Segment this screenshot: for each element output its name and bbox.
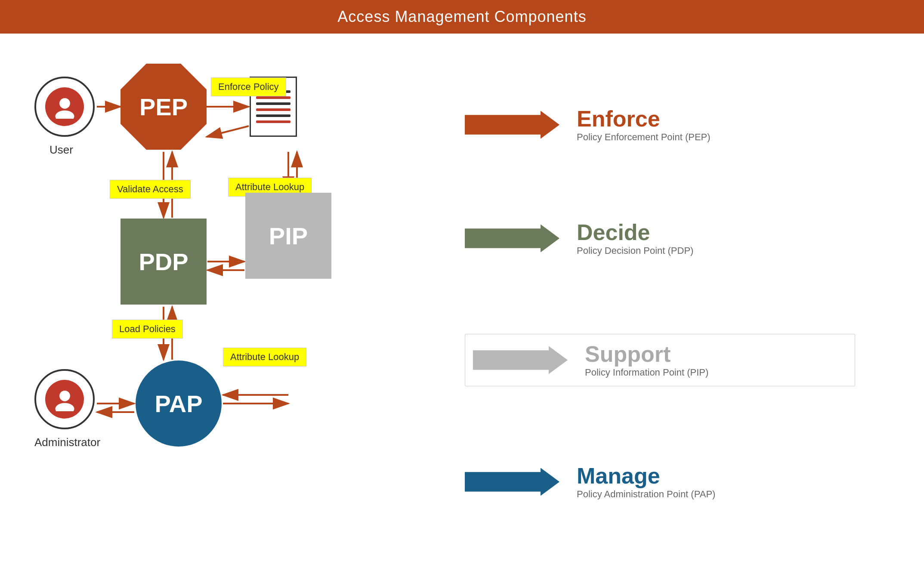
- svg-point-17: [59, 98, 70, 108]
- decide-subtitle: Policy Decision Point (PDP): [577, 245, 693, 256]
- support-subtitle: Policy Information Point (PIP): [585, 367, 708, 378]
- user-avatar-icon: [45, 87, 84, 126]
- svg-point-20: [55, 403, 74, 411]
- admin-icon-circle: [34, 369, 95, 429]
- pap-label: PAP: [155, 390, 203, 418]
- pep-label: PEP: [139, 93, 188, 121]
- pdp-component: PDP: [121, 219, 207, 305]
- doc-line-5: [256, 114, 290, 117]
- pap-shape: PAP: [136, 360, 222, 447]
- manage-legend-text: Manage Policy Administration Point (PAP): [577, 464, 715, 499]
- header-title: Access Management Components: [337, 8, 586, 25]
- enforce-title: Enforce: [577, 107, 711, 131]
- user-icon-circle: [34, 77, 95, 137]
- decide-arrow-icon: [465, 225, 559, 253]
- svg-point-18: [55, 110, 74, 118]
- manage-arrow-icon: [465, 468, 559, 496]
- slide-header: Access Management Components: [0, 0, 924, 34]
- doc-line-4: [256, 108, 290, 111]
- legend-enforce: Enforce Policy Enforcement Point (PEP): [465, 107, 872, 142]
- decide-title: Decide: [577, 220, 693, 245]
- support-legend-text: Support Policy Information Point (PIP): [585, 342, 708, 378]
- pdp-shape: PDP: [121, 219, 207, 305]
- validate-access-label: Validate Access: [110, 180, 191, 199]
- manage-subtitle: Policy Administration Point (PAP): [577, 489, 715, 500]
- attribute-lookup-bottom-label: Attribute Lookup: [223, 348, 306, 367]
- legend-decide: Decide Policy Decision Point (PDP): [465, 220, 872, 256]
- diagram-area: User PEP Enforce Policy: [26, 51, 413, 556]
- enforce-arrow-icon: [465, 111, 559, 139]
- enforce-subtitle: Policy Enforcement Point (PEP): [577, 132, 711, 143]
- decide-legend-text: Decide Policy Decision Point (PDP): [577, 220, 693, 256]
- load-policies-label: Load Policies: [112, 320, 183, 339]
- content-area: User PEP Enforce Policy: [0, 34, 924, 573]
- svg-point-19: [59, 390, 70, 401]
- legend-area: Enforce Policy Enforcement Point (PEP) D…: [413, 51, 898, 556]
- pip-component: PIP: [245, 193, 331, 279]
- manage-title: Manage: [577, 464, 715, 488]
- enforce-policy-label: Enforce Policy: [211, 77, 286, 96]
- doc-line-2: [256, 96, 290, 99]
- admin-label: Administrator: [34, 436, 100, 449]
- admin-avatar-icon: [45, 380, 84, 419]
- doc-line-6: [256, 120, 290, 123]
- legend-support: Support Policy Information Point (PIP): [465, 334, 855, 386]
- pip-shape: PIP: [245, 193, 331, 279]
- pap-component: PAP: [136, 360, 222, 447]
- pip-label: PIP: [269, 222, 308, 250]
- pdp-label: PDP: [139, 248, 188, 276]
- pep-shape: PEP: [121, 64, 207, 150]
- enforce-legend-text: Enforce Policy Enforcement Point (PEP): [577, 107, 711, 142]
- user-label: User: [49, 143, 73, 157]
- svg-line-4: [207, 126, 249, 137]
- slide: Access Management Components: [0, 0, 924, 573]
- legend-manage: Manage Policy Administration Point (PAP): [465, 464, 872, 499]
- support-title: Support: [585, 342, 708, 367]
- pep-component: PEP: [121, 64, 207, 150]
- support-arrow-icon: [473, 346, 568, 374]
- doc-line-3: [256, 102, 290, 105]
